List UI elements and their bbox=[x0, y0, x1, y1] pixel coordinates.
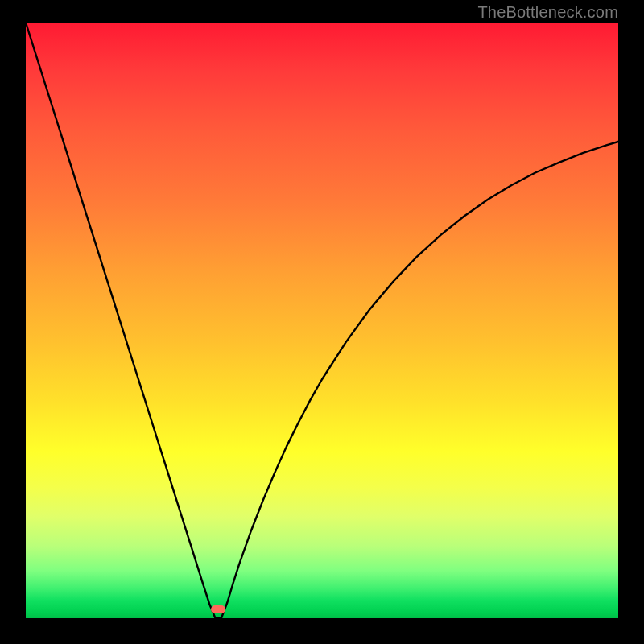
bottleneck-curve bbox=[26, 23, 618, 618]
attribution-text: TheBottleneck.com bbox=[477, 3, 618, 22]
chart-frame: TheBottleneck.com bbox=[0, 0, 644, 644]
dip-marker bbox=[211, 605, 225, 613]
plot-area bbox=[26, 23, 618, 618]
